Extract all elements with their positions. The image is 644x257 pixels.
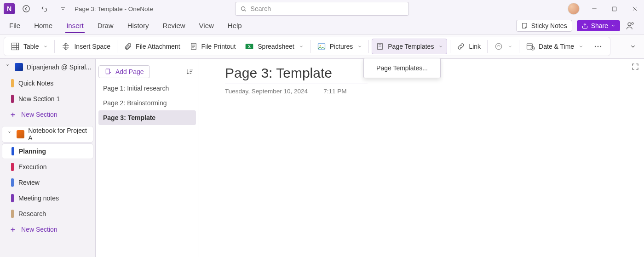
- back-button[interactable]: [19, 2, 33, 16]
- svg-rect-5: [12, 43, 19, 50]
- section-planning[interactable]: Planning: [2, 143, 93, 159]
- ribbon-spreadsheet[interactable]: X Spreadsheet: [241, 39, 307, 54]
- section-meeting-notes[interactable]: Meeting notes: [0, 190, 95, 206]
- file-printout-icon: [190, 42, 198, 51]
- picture-icon: [317, 42, 326, 51]
- svg-point-16: [598, 46, 599, 47]
- notebook-label: Dipanjenah @ Spiral...: [27, 63, 91, 71]
- ribbon-file-printout[interactable]: File Printout: [186, 39, 240, 54]
- svg-point-3: [628, 23, 631, 26]
- close-button[interactable]: [629, 3, 640, 14]
- minimize-button[interactable]: [589, 3, 600, 14]
- page-templates-dropdown: Page Templates...: [363, 58, 441, 78]
- svg-point-1: [241, 6, 245, 10]
- chevron-down-icon: [438, 44, 443, 49]
- ribbon-table[interactable]: Table: [7, 39, 52, 54]
- page-item-1[interactable]: Page 1: Initial research: [98, 81, 196, 96]
- new-section-button-2[interactable]: ＋ New Section: [0, 222, 95, 237]
- ribbon-spreadsheet-label: Spreadsheet: [258, 43, 294, 50]
- ribbon-link-label: Link: [469, 43, 481, 50]
- tab-help[interactable]: Help: [227, 19, 243, 33]
- section-label: Quick Notes: [18, 80, 53, 87]
- sort-icon: [186, 68, 194, 76]
- page-title[interactable]: Page 3: Template: [225, 65, 368, 84]
- ribbon-expand[interactable]: [626, 39, 640, 54]
- ribbon-pictures[interactable]: Pictures: [313, 39, 366, 54]
- maximize-button[interactable]: [609, 3, 620, 14]
- undo-button[interactable]: [38, 2, 52, 16]
- add-page-button[interactable]: Add Page: [98, 65, 150, 78]
- ribbon-insert-space-label: Insert Space: [74, 43, 110, 50]
- section-label: Research: [18, 210, 46, 217]
- ribbon-link[interactable]: Link: [453, 39, 484, 54]
- section-execution[interactable]: Execution: [0, 159, 95, 175]
- page-date: Tuesday, September 10, 2024: [225, 88, 308, 95]
- add-page-icon: [104, 68, 112, 75]
- section-review[interactable]: Review: [0, 175, 95, 190]
- chevron-down-icon: [43, 44, 48, 49]
- notebook-label: Notebook for Project A: [28, 127, 89, 142]
- ribbon-more[interactable]: [589, 42, 607, 51]
- search-placeholder: Search: [251, 5, 271, 12]
- insert-space-icon: [61, 42, 70, 51]
- tab-insert[interactable]: Insert: [65, 19, 85, 33]
- ribbon-insert-space[interactable]: Insert Space: [58, 39, 114, 54]
- tab-view[interactable]: View: [198, 19, 215, 33]
- sort-pages-button[interactable]: [183, 65, 196, 78]
- avatar[interactable]: [568, 3, 580, 15]
- tab-file[interactable]: File: [8, 19, 21, 33]
- section-quick-notes[interactable]: Quick Notes: [0, 75, 95, 91]
- sticky-notes-button[interactable]: Sticky Notes: [516, 20, 572, 32]
- sticky-note-icon: [521, 22, 529, 29]
- paperclip-icon: [124, 42, 132, 51]
- ribbon-page-templates-label: Page Templates: [388, 43, 434, 50]
- page-templates-menu-item[interactable]: Page Templates...: [364, 61, 440, 75]
- ribbon-date-time-label: Date & Time: [539, 43, 574, 50]
- link-icon: [457, 42, 465, 51]
- share-button[interactable]: Share: [577, 20, 620, 31]
- fullscreen-button[interactable]: [631, 63, 639, 72]
- ribbon-file-attachment[interactable]: File Attachment: [120, 39, 184, 54]
- tab-home[interactable]: Home: [33, 19, 53, 33]
- ribbon-file-printout-label: File Printout: [201, 43, 236, 50]
- ribbon-date-time[interactable]: Date & Time: [522, 39, 587, 54]
- tab-history[interactable]: History: [126, 19, 150, 33]
- chevron-down-icon: ˅: [6, 131, 13, 138]
- customize-dropdown[interactable]: [56, 2, 70, 16]
- researcher-icon: [494, 42, 503, 51]
- ribbon-page-templates[interactable]: Page Templates: [372, 39, 447, 54]
- section-label: Planning: [19, 148, 46, 155]
- page-item-3[interactable]: Page 3: Template: [98, 110, 196, 125]
- chevron-down-icon: [299, 44, 304, 49]
- plus-icon: ＋: [9, 225, 17, 234]
- svg-rect-11: [378, 43, 383, 50]
- share-label: Share: [591, 22, 608, 29]
- svg-text:X: X: [248, 45, 251, 49]
- notebook-item-2[interactable]: ˅ Notebook for Project A: [2, 126, 93, 143]
- page-canvas[interactable]: Page 3: Template Tuesday, September 10, …: [199, 59, 644, 257]
- ribbon-researcher[interactable]: [490, 39, 516, 54]
- section-color: [11, 79, 14, 87]
- tab-review[interactable]: Review: [161, 19, 186, 33]
- notebook-item-1[interactable]: ˅ Dipanjenah @ Spiral...: [0, 59, 95, 75]
- search-input[interactable]: Search: [235, 2, 409, 16]
- section-label: Execution: [18, 163, 46, 171]
- chevron-down-icon: [579, 44, 583, 49]
- ribbon-pictures-label: Pictures: [330, 43, 353, 50]
- section-color: [11, 210, 14, 218]
- presence-button[interactable]: [625, 20, 636, 31]
- section-color: [11, 163, 14, 171]
- page-templates-icon: [376, 42, 384, 51]
- tab-draw[interactable]: Draw: [97, 19, 115, 33]
- svg-point-0: [23, 6, 29, 12]
- page-label: Page 3: Template: [103, 114, 155, 121]
- page-templates-menu-label: Page Templates...: [376, 64, 428, 72]
- search-icon: [240, 6, 247, 12]
- ribbon-table-label: Table: [23, 43, 39, 50]
- section-research[interactable]: Research: [0, 206, 95, 222]
- new-section-button-1[interactable]: ＋ New Section: [0, 107, 95, 122]
- section-label: Meeting notes: [18, 194, 59, 202]
- svg-point-4: [632, 23, 633, 24]
- page-item-2[interactable]: Page 2: Brainstorming: [98, 96, 196, 110]
- section-new-section-1[interactable]: New Section 1: [0, 91, 95, 107]
